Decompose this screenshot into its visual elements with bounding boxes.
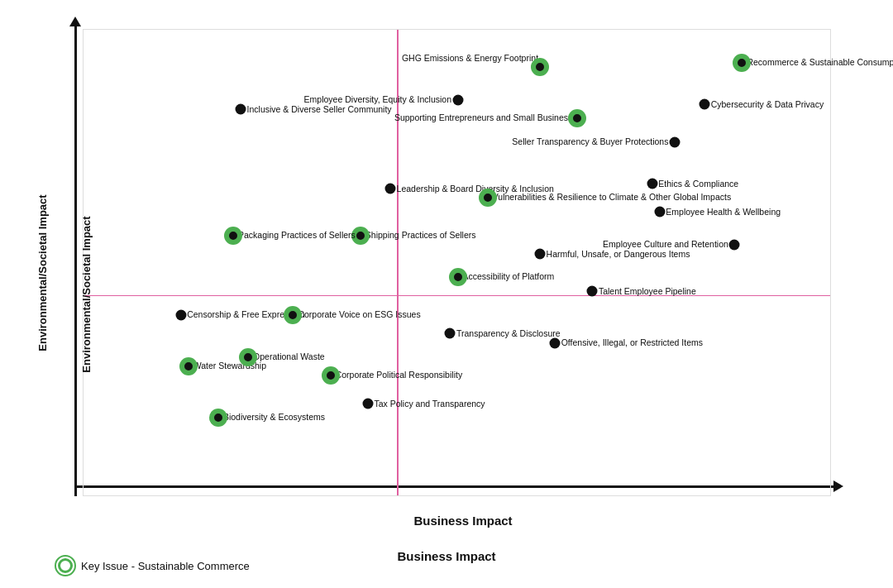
legend-label: Key Issue - Sustainable Commerce — [81, 560, 250, 572]
label-corporate_voice: Corporate Voice on ESG Issues — [298, 309, 420, 321]
label-vulnerabilities: Vulnerabilities & Resilience to Climate … — [493, 193, 731, 204]
point-ghg: GHG Emissions & Energy Footprint — [533, 60, 547, 74]
point-employee_culture: Employee Culture and Retention — [729, 239, 740, 250]
dot-biodiversity — [212, 411, 225, 424]
dot-talent — [587, 286, 598, 297]
label-supporting_entrepreneurs: Supporting Entrepreneurs and Small Busin… — [394, 113, 572, 125]
dot-harmful — [535, 249, 546, 260]
label-operational: Operational Waste — [253, 351, 325, 363]
label-inclusive_seller: Inclusive & Diverse Seller Community — [247, 103, 392, 115]
dot-corporate_voice — [286, 308, 299, 322]
x-axis-label: Business Impact — [413, 514, 512, 528]
label-employee_health: Employee Health & Wellbeing — [666, 207, 781, 218]
grid-area: GHG Emissions & Energy FootprintRecommer… — [83, 29, 831, 496]
label-tax: Tax Policy and Transparency — [374, 398, 485, 409]
label-ethics: Ethics & Compliance — [658, 179, 738, 190]
dot-leadership — [385, 184, 396, 194]
legend: Key Issue - Sustainable Commerce — [58, 558, 250, 573]
point-biodiversity: Biodiversity & Ecosystems — [212, 411, 225, 424]
label-accessibility: Accessibility of Platform — [463, 272, 555, 284]
dot-offensive — [550, 337, 561, 348]
dot-recommerce — [735, 56, 748, 69]
dot-tax — [362, 399, 373, 409]
point-inclusive_seller: Inclusive & Diverse Seller Community — [236, 104, 246, 115]
y-axis-label: Environmental/Societal Impact — [36, 194, 49, 351]
point-cybersecurity: Cybersecurity & Data Privacy — [700, 99, 710, 110]
point-ethics: Ethics & Compliance — [647, 179, 657, 189]
grid-line-horizontal — [84, 295, 830, 297]
point-corporate_voice: Corporate Voice on ESG Issues — [286, 308, 299, 322]
dot-ghg — [533, 60, 547, 74]
label-corporate_political: Corporate Political Responsibility — [336, 370, 463, 381]
dot-corporate_political — [324, 369, 337, 382]
point-operational: Operational Waste — [241, 351, 255, 364]
dot-operational — [241, 351, 255, 364]
dot-vulnerabilities — [481, 191, 494, 204]
point-employee_diversity: Employee Diversity, Equity & Inclusion — [452, 94, 463, 105]
dot-supporting_entrepreneurs — [571, 112, 584, 125]
dot-packaging — [227, 229, 240, 242]
dot-cybersecurity — [700, 99, 710, 110]
point-talent: Talent Employee Pipeline — [587, 286, 598, 297]
label-employee_culture: Employee Culture and Retention — [603, 239, 728, 251]
label-talent: Talent Employee Pipeline — [599, 286, 696, 298]
dot-shipping — [354, 229, 367, 242]
dot-employee_health — [654, 207, 665, 218]
point-leadership: Leadership & Board Diversity & Inclusion — [385, 184, 396, 194]
label-recommerce: Recommerce & Sustainable Consumption — [747, 57, 893, 69]
y-axis — [74, 25, 77, 496]
point-water: Water Stewardship — [182, 360, 195, 373]
dot-employee_culture — [729, 239, 740, 250]
point-corporate_political: Corporate Political Responsibility — [324, 369, 337, 382]
dot-inclusive_seller — [236, 104, 246, 115]
dot-water — [182, 360, 195, 373]
label-seller_transparency: Seller Transparency & Buyer Protections — [512, 136, 668, 148]
label-ghg: GHG Emissions & Energy Footprint — [402, 53, 538, 65]
point-packaging: Packaging Practices of Sellers — [227, 229, 240, 242]
dot-employee_diversity — [452, 94, 463, 105]
dot-accessibility — [451, 270, 465, 284]
point-vulnerabilities: Vulnerabilities & Resilience to Climate … — [481, 191, 494, 204]
y-axis-label-display: Environmental/Societal Impact — [80, 216, 93, 372]
point-supporting_entrepreneurs: Supporting Entrepreneurs and Small Busin… — [571, 112, 584, 125]
chart-container: Environmental/Societal Impact Business I… — [50, 17, 843, 529]
label-packaging: Packaging Practices of Sellers — [238, 230, 356, 241]
label-offensive: Offensive, Illegal, or Restricted Items — [561, 337, 703, 349]
point-transparency: Transparency & Disclosure — [445, 328, 456, 339]
label-shipping: Shipping Practices of Sellers — [365, 230, 476, 241]
dot-ethics — [647, 179, 657, 189]
legend-icon — [58, 558, 73, 573]
label-biodiversity: Biodiversity & Ecosystems — [223, 412, 325, 423]
x-axis-label-display: Business Impact — [397, 549, 495, 563]
dot-transparency — [445, 328, 456, 339]
label-transparency: Transparency & Disclosure — [456, 327, 561, 339]
point-recommerce: Recommerce & Sustainable Consumption — [735, 56, 748, 69]
dot-seller_transparency — [669, 136, 680, 147]
label-cybersecurity: Cybersecurity & Data Privacy — [711, 99, 824, 111]
point-offensive: Offensive, Illegal, or Restricted Items — [550, 337, 561, 348]
dot-censorship — [175, 309, 186, 320]
point-censorship: Censorship & Free Expression — [175, 309, 186, 320]
point-harmful: Harmful, Unsafe, or Dangerous Items — [535, 249, 546, 260]
point-tax: Tax Policy and Transparency — [362, 399, 373, 409]
point-accessibility: Accessibility of Platform — [451, 270, 465, 284]
point-seller_transparency: Seller Transparency & Buyer Protections — [669, 136, 680, 147]
point-shipping: Shipping Practices of Sellers — [354, 229, 367, 242]
point-employee_health: Employee Health & Wellbeing — [654, 207, 665, 218]
